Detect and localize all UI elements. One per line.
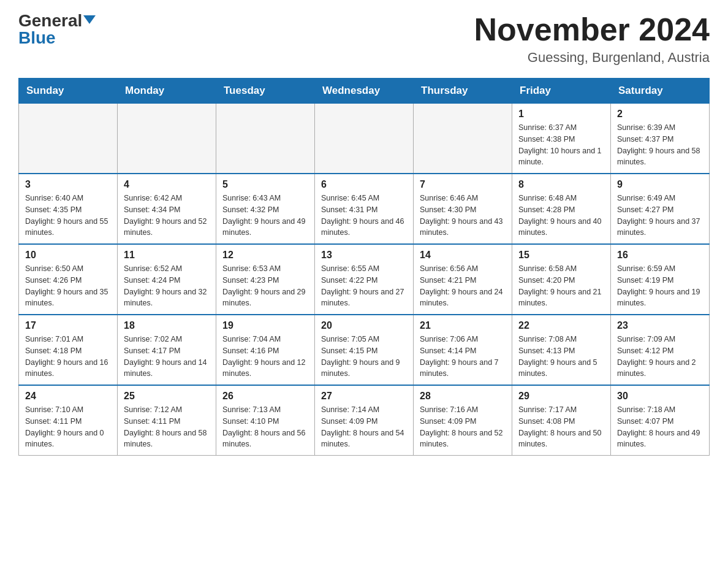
weekday-header-monday: Monday [118, 79, 216, 104]
day-number: 15 [518, 250, 604, 261]
calendar-cell: 3Sunrise: 6:40 AMSunset: 4:35 PMDaylight… [19, 174, 118, 244]
day-number: 21 [420, 320, 506, 331]
day-info: Sunrise: 7:06 AMSunset: 4:14 PMDaylight:… [420, 334, 506, 380]
day-info: Sunrise: 7:01 AMSunset: 4:18 PMDaylight:… [25, 334, 111, 380]
day-number: 30 [617, 391, 703, 402]
calendar-cell: 27Sunrise: 7:14 AMSunset: 4:09 PMDayligh… [315, 385, 414, 456]
day-info: Sunrise: 6:45 AMSunset: 4:31 PMDaylight:… [321, 193, 407, 239]
weekday-header-friday: Friday [512, 79, 611, 104]
day-info: Sunrise: 7:08 AMSunset: 4:13 PMDaylight:… [518, 334, 604, 380]
day-number: 29 [518, 391, 604, 402]
day-number: 10 [25, 250, 111, 261]
day-number: 17 [25, 320, 111, 331]
calendar-cell [315, 104, 414, 174]
day-info: Sunrise: 6:55 AMSunset: 4:22 PMDaylight:… [321, 263, 407, 309]
day-number: 24 [25, 391, 111, 402]
day-number: 18 [124, 320, 210, 331]
day-number: 14 [420, 250, 506, 261]
calendar-cell: 23Sunrise: 7:09 AMSunset: 4:12 PMDayligh… [611, 315, 710, 385]
day-info: Sunrise: 6:49 AMSunset: 4:27 PMDaylight:… [617, 193, 703, 239]
day-info: Sunrise: 7:16 AMSunset: 4:09 PMDaylight:… [420, 404, 506, 450]
day-number: 13 [321, 250, 407, 261]
day-number: 2 [617, 109, 703, 120]
day-number: 1 [518, 109, 604, 120]
calendar-cell: 4Sunrise: 6:42 AMSunset: 4:34 PMDaylight… [118, 174, 216, 244]
calendar-cell: 26Sunrise: 7:13 AMSunset: 4:10 PMDayligh… [216, 385, 315, 456]
day-number: 26 [222, 391, 308, 402]
calendar-cell: 20Sunrise: 7:05 AMSunset: 4:15 PMDayligh… [315, 315, 414, 385]
day-info: Sunrise: 7:04 AMSunset: 4:16 PMDaylight:… [222, 334, 308, 380]
day-info: Sunrise: 6:48 AMSunset: 4:28 PMDaylight:… [518, 193, 604, 239]
calendar-cell: 17Sunrise: 7:01 AMSunset: 4:18 PMDayligh… [19, 315, 118, 385]
calendar-cell: 8Sunrise: 6:48 AMSunset: 4:28 PMDaylight… [512, 174, 611, 244]
day-info: Sunrise: 6:42 AMSunset: 4:34 PMDaylight:… [124, 193, 210, 239]
day-number: 11 [124, 250, 210, 261]
weekday-header-wednesday: Wednesday [315, 79, 414, 104]
title-area: November 2024 Guessing, Burgenland, Aust… [474, 12, 710, 66]
day-number: 8 [518, 179, 604, 190]
location-subtitle: Guessing, Burgenland, Austria [474, 50, 710, 66]
calendar-cell: 25Sunrise: 7:12 AMSunset: 4:11 PMDayligh… [118, 385, 216, 456]
calendar-week-row: 3Sunrise: 6:40 AMSunset: 4:35 PMDaylight… [19, 174, 710, 244]
calendar-cell [216, 104, 315, 174]
day-number: 5 [222, 179, 308, 190]
calendar-cell: 21Sunrise: 7:06 AMSunset: 4:14 PMDayligh… [414, 315, 512, 385]
day-info: Sunrise: 7:18 AMSunset: 4:07 PMDaylight:… [617, 404, 703, 450]
logo-triangle-icon [83, 15, 96, 24]
calendar-cell: 16Sunrise: 6:59 AMSunset: 4:19 PMDayligh… [611, 244, 710, 315]
calendar-cell [19, 104, 118, 174]
calendar-cell: 22Sunrise: 7:08 AMSunset: 4:13 PMDayligh… [512, 315, 611, 385]
calendar-header-row: SundayMondayTuesdayWednesdayThursdayFrid… [19, 79, 710, 104]
day-number: 3 [25, 179, 111, 190]
calendar-cell: 30Sunrise: 7:18 AMSunset: 4:07 PMDayligh… [611, 385, 710, 456]
day-number: 7 [420, 179, 506, 190]
weekday-header-thursday: Thursday [414, 79, 512, 104]
logo: General Blue [18, 12, 96, 47]
calendar-cell: 15Sunrise: 6:58 AMSunset: 4:20 PMDayligh… [512, 244, 611, 315]
day-number: 22 [518, 320, 604, 331]
calendar-cell: 2Sunrise: 6:39 AMSunset: 4:37 PMDaylight… [611, 104, 710, 174]
calendar-cell: 9Sunrise: 6:49 AMSunset: 4:27 PMDaylight… [611, 174, 710, 244]
day-info: Sunrise: 6:43 AMSunset: 4:32 PMDaylight:… [222, 193, 308, 239]
day-info: Sunrise: 6:39 AMSunset: 4:37 PMDaylight:… [617, 122, 703, 168]
day-number: 28 [420, 391, 506, 402]
day-info: Sunrise: 6:58 AMSunset: 4:20 PMDaylight:… [518, 263, 604, 309]
day-number: 16 [617, 250, 703, 261]
calendar-cell: 7Sunrise: 6:46 AMSunset: 4:30 PMDaylight… [414, 174, 512, 244]
day-number: 6 [321, 179, 407, 190]
logo-blue-text: Blue [18, 28, 56, 47]
day-number: 19 [222, 320, 308, 331]
day-number: 4 [124, 179, 210, 190]
weekday-header-tuesday: Tuesday [216, 79, 315, 104]
calendar-cell: 12Sunrise: 6:53 AMSunset: 4:23 PMDayligh… [216, 244, 315, 315]
calendar-cell: 10Sunrise: 6:50 AMSunset: 4:26 PMDayligh… [19, 244, 118, 315]
calendar-cell [118, 104, 216, 174]
day-info: Sunrise: 7:10 AMSunset: 4:11 PMDaylight:… [25, 404, 111, 450]
logo-general-text: General [18, 12, 82, 29]
day-info: Sunrise: 6:56 AMSunset: 4:21 PMDaylight:… [420, 263, 506, 309]
day-info: Sunrise: 7:09 AMSunset: 4:12 PMDaylight:… [617, 334, 703, 380]
calendar-cell [414, 104, 512, 174]
calendar-cell: 14Sunrise: 6:56 AMSunset: 4:21 PMDayligh… [414, 244, 512, 315]
page-header: General Blue November 2024 Guessing, Bur… [18, 12, 710, 66]
day-info: Sunrise: 7:12 AMSunset: 4:11 PMDaylight:… [124, 404, 210, 450]
day-info: Sunrise: 6:59 AMSunset: 4:19 PMDaylight:… [617, 263, 703, 309]
calendar-table: SundayMondayTuesdayWednesdayThursdayFrid… [18, 78, 710, 456]
calendar-week-row: 1Sunrise: 6:37 AMSunset: 4:38 PMDaylight… [19, 104, 710, 174]
day-number: 25 [124, 391, 210, 402]
calendar-week-row: 17Sunrise: 7:01 AMSunset: 4:18 PMDayligh… [19, 315, 710, 385]
calendar-cell: 18Sunrise: 7:02 AMSunset: 4:17 PMDayligh… [118, 315, 216, 385]
day-number: 23 [617, 320, 703, 331]
calendar-cell: 29Sunrise: 7:17 AMSunset: 4:08 PMDayligh… [512, 385, 611, 456]
weekday-header-saturday: Saturday [611, 79, 710, 104]
day-number: 20 [321, 320, 407, 331]
calendar-week-row: 10Sunrise: 6:50 AMSunset: 4:26 PMDayligh… [19, 244, 710, 315]
calendar-week-row: 24Sunrise: 7:10 AMSunset: 4:11 PMDayligh… [19, 385, 710, 456]
calendar-cell: 13Sunrise: 6:55 AMSunset: 4:22 PMDayligh… [315, 244, 414, 315]
day-info: Sunrise: 6:50 AMSunset: 4:26 PMDaylight:… [25, 263, 111, 309]
calendar-cell: 5Sunrise: 6:43 AMSunset: 4:32 PMDaylight… [216, 174, 315, 244]
day-number: 12 [222, 250, 308, 261]
weekday-header-sunday: Sunday [19, 79, 118, 104]
calendar-cell: 1Sunrise: 6:37 AMSunset: 4:38 PMDaylight… [512, 104, 611, 174]
day-info: Sunrise: 7:02 AMSunset: 4:17 PMDaylight:… [124, 334, 210, 380]
